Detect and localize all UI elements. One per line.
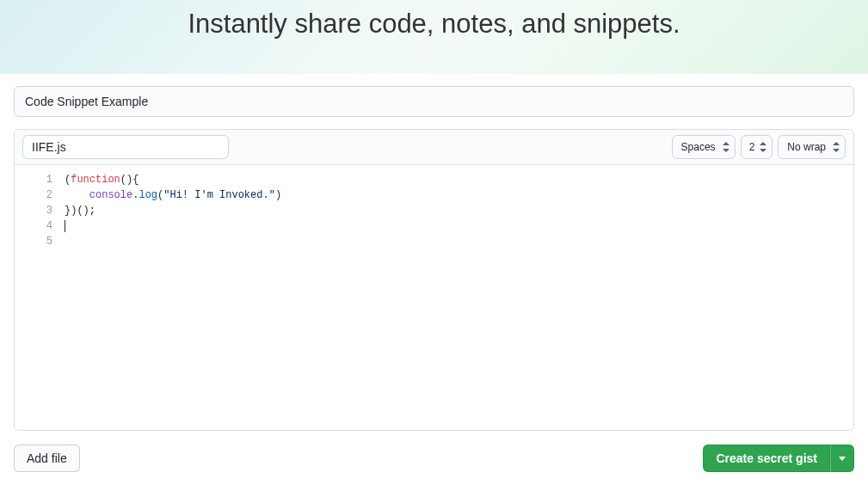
- hero-tagline: Instantly share code, notes, and snippet…: [0, 9, 868, 40]
- chevron-updown-icon: [760, 142, 766, 152]
- code-line: [65, 218, 853, 234]
- create-secret-gist-button[interactable]: Create secret gist: [703, 445, 830, 472]
- chevron-updown-icon: [723, 142, 729, 152]
- create-button-group: Create secret gist: [703, 445, 854, 472]
- hero-banner: Instantly share code, notes, and snippet…: [0, 0, 868, 74]
- indent-size-select[interactable]: 2: [741, 135, 773, 159]
- line-number: 2: [15, 187, 52, 203]
- code-line: })();: [65, 203, 853, 218]
- text-cursor: [65, 220, 65, 232]
- editor-toolbar: Spaces 2 No wrap: [15, 130, 853, 165]
- wrap-mode-select[interactable]: No wrap: [778, 135, 846, 159]
- caret-down-icon: [839, 457, 846, 461]
- line-number: 1: [15, 172, 52, 187]
- line-number-gutter: 1 2 3 4 5: [15, 172, 65, 430]
- indent-mode-value: Spaces: [681, 141, 716, 153]
- code-editor[interactable]: 1 2 3 4 5 (function(){ console.log("Hi! …: [15, 165, 853, 430]
- filename-input[interactable]: [22, 135, 229, 159]
- wrap-mode-value: No wrap: [787, 141, 826, 153]
- indent-size-value: 2: [749, 141, 755, 153]
- main-container: Spaces 2 No wrap 1 2 3 4 5: [0, 74, 868, 489]
- editor-frame: Spaces 2 No wrap 1 2 3 4 5: [14, 129, 854, 431]
- code-line: [65, 234, 853, 249]
- footer-actions: Add file Create secret gist: [14, 445, 854, 472]
- line-number: 5: [15, 234, 52, 249]
- line-number: 4: [15, 218, 52, 234]
- gist-description-input[interactable]: [14, 86, 854, 117]
- code-line: (function(){: [65, 172, 853, 187]
- line-number: 3: [15, 203, 52, 218]
- indent-mode-select[interactable]: Spaces: [672, 135, 736, 159]
- add-file-button[interactable]: Add file: [14, 445, 80, 472]
- create-dropdown-toggle[interactable]: [830, 445, 854, 472]
- toolbar-right: Spaces 2 No wrap: [672, 135, 846, 159]
- code-line: console.log("Hi! I'm Invoked."): [65, 187, 853, 203]
- code-lines: (function(){ console.log("Hi! I'm Invoke…: [65, 172, 853, 430]
- chevron-updown-icon: [833, 142, 840, 152]
